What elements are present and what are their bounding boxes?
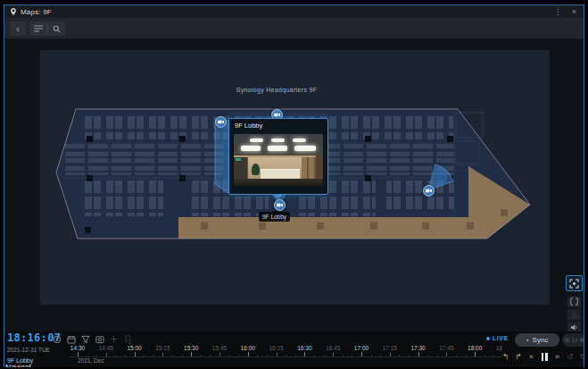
add-bookmark-icon[interactable] [109,334,119,344]
bookmark-icon[interactable] [123,334,133,344]
tick-mark [191,352,192,356]
close-icon[interactable]: × [572,8,576,16]
timeline-panel: 18:16:07 [4,331,584,367]
camera-icon [273,112,281,118]
tick-label: 17:45 [439,345,453,351]
tick-sub-mark [286,355,286,356]
tick-sub-mark [484,355,485,356]
camera-icon [217,119,225,125]
playback-controls: ↰↱«»↺↻ [501,349,584,364]
photo-plant [252,164,260,175]
filter-icon[interactable] [80,334,90,344]
tick-sub-mark [466,355,467,356]
live-label: LIVE [493,335,509,341]
tick-label: 16:00 [241,345,255,351]
tick-sub-mark [324,355,325,356]
tick-sub-mark [144,355,145,356]
current-date: 2021-12-31 TUE [7,347,50,353]
tick-sub-mark [210,355,211,356]
camera-marker-lobby[interactable] [274,199,286,211]
tick-sub-mark [172,355,173,356]
go-to-time-icon[interactable] [52,334,62,344]
tick-mark [219,353,220,356]
tick-label: 18:00 [468,345,482,351]
tick-sub-mark [352,355,352,356]
map-main-area: Synology Headquarters 9F 9F Lobby [4,39,584,331]
tick-sub-mark [427,355,428,356]
photo-floor [234,179,323,186]
tick-label: 15:45 [212,345,227,351]
tick-sub-mark [456,355,457,356]
speaker-button[interactable] [567,322,581,331]
tick-label: 15:15 [155,345,170,351]
tick-sub-mark [371,355,372,356]
photo-light-panel [293,138,306,142]
search-button[interactable] [48,21,65,36]
tick-sub-mark [437,355,438,356]
tick-mark [390,353,391,356]
map-title: Synology Headquarters 9F [223,87,330,93]
tick-mark [333,353,334,356]
tick-label: 17:30 [410,345,425,351]
tick-label: 16:30 [297,345,311,351]
tick-label: 15:30 [184,345,198,351]
timeline-ruler[interactable]: 14:3014:4515:0015:1515:3015:4516:0016:15… [69,345,502,357]
speed-value: 1x [572,337,578,343]
camera-preview-popup[interactable]: 9F Lobby [228,118,328,195]
photo-light-panel [268,146,287,151]
fullscreen-button[interactable] [567,296,581,307]
tick-mark [162,353,163,356]
tick-sub-mark [295,355,296,356]
tick-sub-mark [380,355,381,356]
sync-dot-icon: ● [526,338,529,342]
home-button[interactable]: ⌂ [567,309,581,321]
next-frame-button[interactable]: ↻ [579,352,584,361]
tick-mark [361,352,362,356]
more-menu-icon[interactable]: ⋮ [554,8,562,16]
toolbar: ‹ [4,18,584,39]
timeline-month-label: 2021, Dec [78,357,104,364]
pause-button[interactable] [541,353,549,361]
maps-window: Maps: 9F ⋮ × ‹ [4,4,584,367]
speed-increase-icon[interactable]: ⊕ [579,337,584,344]
calendar-icon[interactable] [66,334,76,344]
sync-button[interactable]: ● Sync [515,333,559,347]
fast-forward-button[interactable]: » [553,352,561,361]
photo-light-panel [250,138,263,142]
toolbar-group [29,21,65,36]
next-recording-button[interactable]: ↱ [515,352,523,361]
tick-label: 17:00 [354,345,369,351]
status-text: Navigat [5,363,31,367]
tick-sub-mark [238,355,239,356]
map-canvas[interactable]: Synology Headquarters 9F 9F Lobby [40,50,550,305]
photo-light-panel [271,138,285,142]
map-list-button[interactable] [30,21,47,36]
fit-to-screen-button[interactable] [566,275,583,291]
tick-sub-mark [229,355,230,356]
tick-sub-mark [314,355,315,356]
tick-sub-mark [182,355,183,356]
speed-control: ⊖ 1x ⊕ [562,333,584,347]
rewind-button[interactable]: « [527,352,535,361]
speed-decrease-icon[interactable]: ⊖ [564,337,569,344]
live-dot [486,337,490,340]
snapshot-icon[interactable] [95,334,104,344]
previous-frame-button[interactable]: ↺ [567,352,575,361]
tick-label: 16:15 [269,345,283,351]
tick-mark [418,352,419,356]
live-indicator[interactable]: LIVE [486,335,509,341]
camera-marker-right[interactable] [423,185,435,197]
tick-sub-mark [409,355,410,356]
photo-light-panel [294,146,316,151]
tick-mark [135,352,136,356]
tick-sub-mark [493,355,494,356]
camera-preview-image[interactable] [234,134,323,186]
timeline-toolbar [52,334,133,344]
tick-mark [106,353,107,356]
camera-marker-top-left[interactable] [215,116,227,128]
back-button[interactable]: ‹ [10,21,26,36]
tick-mark [446,353,447,356]
tick-sub-mark [267,355,268,356]
previous-recording-button[interactable]: ↰ [501,352,509,361]
camera-icon [425,188,433,194]
